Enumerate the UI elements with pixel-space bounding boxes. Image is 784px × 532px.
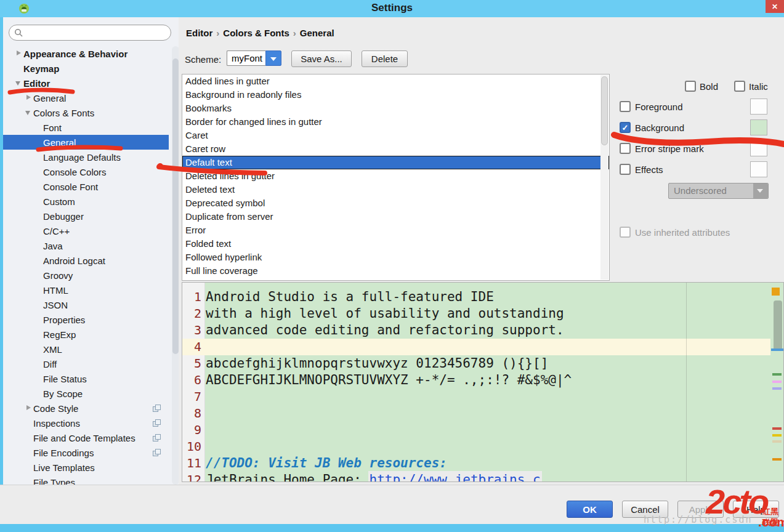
bold-checkbox[interactable] [685, 81, 696, 92]
breadcrumb-colors-fonts[interactable]: Colors & Fonts [223, 28, 289, 38]
sidebar-item-regexp[interactable]: RegExp [3, 327, 169, 342]
effect-dropdown-arrow-icon[interactable] [753, 183, 768, 198]
attribute-options-list[interactable]: Added lines in gutterBackground in reado… [182, 74, 610, 281]
sidebar-item-debugger[interactable]: Debugger [3, 209, 169, 224]
error-stripe-mark-checkbox[interactable] [620, 143, 631, 154]
option-row-background-in-readonly-files[interactable]: Background in readonly files [182, 88, 609, 102]
foreground-color-swatch[interactable] [750, 99, 767, 115]
line-number: 9 [182, 422, 201, 438]
hyperlink-text[interactable]: http://www.jetbrains.c [370, 472, 541, 482]
foreground-checkbox[interactable] [620, 101, 631, 112]
option-row-caret[interactable]: Caret [182, 129, 609, 142]
settings-search-box[interactable] [9, 25, 171, 41]
option-row-deleted-lines-in-gutter[interactable]: Deleted lines in gutter [182, 169, 609, 183]
options-scrollbar-thumb[interactable] [601, 76, 608, 145]
sidebar-item-c-c[interactable]: C/C++ [3, 224, 169, 238]
sidebar-item-android-logcat[interactable]: Android Logcat [3, 253, 169, 268]
editor-preview[interactable]: 123456789101112 Android Studio is a full… [182, 282, 784, 482]
option-row-border-for-changed-lines-in-gutter[interactable]: Border for changed lines in gutter [182, 115, 609, 129]
sidebar-item-json[interactable]: JSON [3, 297, 169, 312]
sidebar-item-html[interactable]: HTML [3, 283, 169, 297]
colors-fonts-general-panel: Editor›Colors & Fonts›General Scheme: my… [179, 17, 784, 485]
tree-indent-spacer [34, 271, 43, 280]
option-row-folded-text[interactable]: Folded text [182, 237, 609, 251]
breadcrumb-general[interactable]: General [300, 28, 334, 38]
sidebar-item-groovy[interactable]: Groovy [3, 268, 169, 283]
option-row-added-lines-in-gutter[interactable]: Added lines in gutter [182, 75, 609, 88]
italic-checkbox[interactable] [734, 81, 745, 92]
sidebar-item-keymap[interactable]: Keymap [3, 61, 169, 76]
line-number: 11 [182, 455, 201, 472]
sidebar-item-diff[interactable]: Diff [3, 357, 169, 371]
effect-style-dropdown[interactable]: Underscored [668, 183, 769, 199]
use-inherited-label: Use inherited attributes [635, 227, 730, 238]
tree-collapsed-arrow-icon[interactable] [25, 94, 33, 102]
search-input[interactable] [25, 26, 168, 40]
tree-collapsed-arrow-icon[interactable] [25, 404, 33, 413]
stripe-mark [772, 288, 780, 296]
option-row-followed-hyperlink[interactable]: Followed hyperlink [182, 251, 609, 264]
sidebar-item-appearance-behavior[interactable]: Appearance & Behavior [3, 46, 169, 61]
sidebar-item-xml[interactable]: XML [3, 342, 169, 357]
option-row-default-text[interactable]: Default text [182, 156, 609, 169]
use-inherited-checkbox[interactable] [620, 227, 631, 238]
sidebar-item-code-style[interactable]: Code Style [3, 401, 169, 416]
code-text [206, 339, 214, 354]
sidebar-item-colors-fonts[interactable]: Colors & Fonts [3, 105, 169, 120]
stripe-mark [772, 440, 782, 443]
sidebar-scrollbar-thumb[interactable] [172, 58, 179, 354]
sidebar-item-general[interactable]: General [3, 91, 169, 105]
background-color-swatch[interactable] [750, 119, 767, 135]
sidebar-item-properties[interactable]: Properties [3, 312, 169, 327]
tree-indent-spacer [34, 123, 43, 132]
sidebar-item-live-templates[interactable]: Live Templates [3, 460, 169, 475]
code-lines: Android Studio is a full-featured IDEwit… [206, 289, 770, 482]
sidebar-item-custom[interactable]: Custom [3, 194, 169, 209]
ok-button[interactable]: OK [567, 501, 613, 518]
option-row-bookmarks[interactable]: Bookmarks [182, 102, 609, 115]
error-stripe-mark-color-swatch[interactable] [750, 140, 767, 156]
sidebar-item-file-and-code-templates[interactable]: File and Code Templates [3, 430, 169, 445]
2cto-tld-watermark: .com [758, 515, 784, 530]
sidebar-item-by-scope[interactable]: By Scope [3, 386, 169, 401]
sidebar-item-java[interactable]: Java [3, 238, 169, 253]
sidebar-item-language-defaults[interactable]: Language Defaults [3, 150, 169, 164]
tree-collapsed-arrow-icon[interactable] [15, 49, 23, 58]
save-as-button[interactable]: Save As... [291, 50, 352, 67]
scheme-dropdown-arrow-icon[interactable] [265, 50, 281, 66]
sidebar-item-general[interactable]: General [3, 135, 169, 150]
option-row-deleted-text[interactable]: Deleted text [182, 183, 609, 196]
tree-indent-spacer [34, 197, 43, 206]
option-row-full-line-coverage[interactable]: Full line coverage [182, 264, 609, 278]
close-button[interactable]: ✕ [766, 0, 784, 13]
option-row-caret-row[interactable]: Caret row [182, 142, 609, 156]
sidebar-item-file-encodings[interactable]: File Encodings [3, 445, 169, 460]
search-icon [14, 28, 23, 38]
stripe-mark [772, 427, 782, 430]
editor-scrollbar-thumb[interactable] [774, 300, 782, 350]
sidebar-item-console-colors[interactable]: Console Colors [3, 164, 169, 179]
option-row-duplicate-from-server[interactable]: Duplicate from server [182, 210, 609, 224]
code-text [206, 406, 214, 421]
code-text: ABCDEFGHIJKLMNOPQRSTUVWXYZ +-*/= .,;:!? … [206, 373, 572, 387]
sidebar-item-editor[interactable]: Editor [3, 76, 169, 91]
delete-button[interactable]: Delete [362, 50, 408, 67]
sidebar-item-inspections[interactable]: Inspections [3, 416, 169, 430]
sidebar-item-file-status[interactable]: File Status [3, 371, 169, 386]
breadcrumb-editor[interactable]: Editor [186, 28, 212, 38]
sidebar-item-font[interactable]: Font [3, 120, 169, 135]
tree-expanded-arrow-icon[interactable] [15, 79, 23, 87]
option-row-error[interactable]: Error [182, 224, 609, 237]
options-scrollbar[interactable] [600, 75, 608, 280]
line-number: 1 [182, 289, 201, 305]
sidebar-item-label: Editor [23, 78, 50, 89]
effects-checkbox[interactable] [620, 164, 631, 175]
option-row-deprecated-symbol[interactable]: Deprecated symbol [182, 196, 609, 210]
background-checkbox[interactable]: ✓ [620, 122, 631, 133]
tree-expanded-arrow-icon[interactable] [25, 108, 33, 117]
scheme-combobox[interactable]: myFont [227, 50, 281, 67]
effects-color-swatch[interactable] [750, 161, 767, 177]
scheme-value[interactable]: myFont [227, 50, 265, 66]
sidebar-item-console-font[interactable]: Console Font [3, 179, 169, 194]
code-line-8 [206, 405, 770, 422]
